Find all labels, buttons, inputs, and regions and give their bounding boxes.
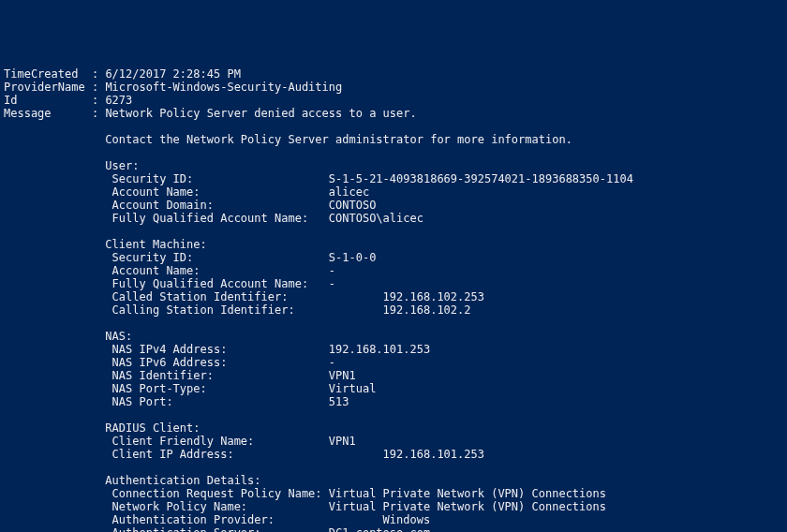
id-label: Id : <box>4 94 105 107</box>
nas-port-type: NAS Port-Type: Virtual <box>4 382 376 395</box>
message-line: Message : Network Policy Server denied a… <box>4 107 417 120</box>
id-line: Id : 6273 <box>4 94 132 107</box>
time-created-label: TimeCreated : <box>4 67 105 81</box>
radius-friendly: Client Friendly Name: VPN1 <box>4 435 356 448</box>
user-account-domain: Account Domain: CONTOSO <box>4 199 376 212</box>
auth-header: Authentication Details: <box>4 474 261 487</box>
auth-npn: Network Policy Name: Virtual Private Net… <box>4 500 606 513</box>
user-header: User: <box>4 159 140 172</box>
provider-value: Microsoft-Windows-Security-Auditing <box>105 81 342 94</box>
contact-text: Contact the Network Policy Server admini… <box>4 133 572 146</box>
auth-server: Authentication Server: DC1.contoso.com <box>4 526 430 532</box>
auth-crp: Connection Request Policy Name: Virtual … <box>4 487 606 500</box>
client-fqan: Fully Qualified Account Name: - <box>4 277 335 290</box>
radius-header: RADIUS Client: <box>4 421 200 435</box>
client-security-id: Security ID: S-1-0-0 <box>4 251 376 264</box>
radius-ip: Client IP Address: 192.168.101.253 <box>4 448 484 461</box>
message-value: Network Policy Server denied access to a… <box>105 107 416 120</box>
nas-port: NAS Port: 513 <box>4 395 349 408</box>
message-label: Message : <box>4 107 105 120</box>
nas-header: NAS: <box>4 330 132 343</box>
nas-id: NAS Identifier: VPN1 <box>4 369 356 382</box>
provider-line: ProviderName : Microsoft-Windows-Securit… <box>4 81 342 94</box>
blank <box>4 461 10 474</box>
auth-provider: Authentication Provider: Windows <box>4 513 430 526</box>
provider-label: ProviderName : <box>4 81 105 94</box>
client-called: Called Station Identifier: 192.168.102.2… <box>4 290 484 303</box>
time-created-value: 6/12/2017 2:28:45 PM <box>105 67 241 81</box>
nas-ipv6: NAS IPv6 Address: - <box>4 356 335 369</box>
blank <box>4 317 10 330</box>
blank <box>4 225 10 238</box>
user-fqan: Fully Qualified Account Name: CONTOSO\al… <box>4 212 423 225</box>
client-header: Client Machine: <box>4 238 207 251</box>
blank <box>4 120 10 133</box>
user-security-id: Security ID: S-1-5-21-4093818669-3925740… <box>4 172 633 185</box>
client-calling: Calling Station Identifier: 192.168.102.… <box>4 303 471 317</box>
user-account-name: Account Name: alicec <box>4 185 369 199</box>
blank <box>4 146 10 159</box>
id-value: 6273 <box>105 94 132 107</box>
nas-ipv4: NAS IPv4 Address: 192.168.101.253 <box>4 343 430 356</box>
client-account-name: Account Name: - <box>4 264 335 277</box>
time-created-line: TimeCreated : 6/12/2017 2:28:45 PM <box>4 67 241 81</box>
console-output: TimeCreated : 6/12/2017 2:28:45 PM Provi… <box>4 54 787 532</box>
blank <box>4 408 10 421</box>
contact-line: Contact the Network Policy Server admini… <box>4 133 572 146</box>
